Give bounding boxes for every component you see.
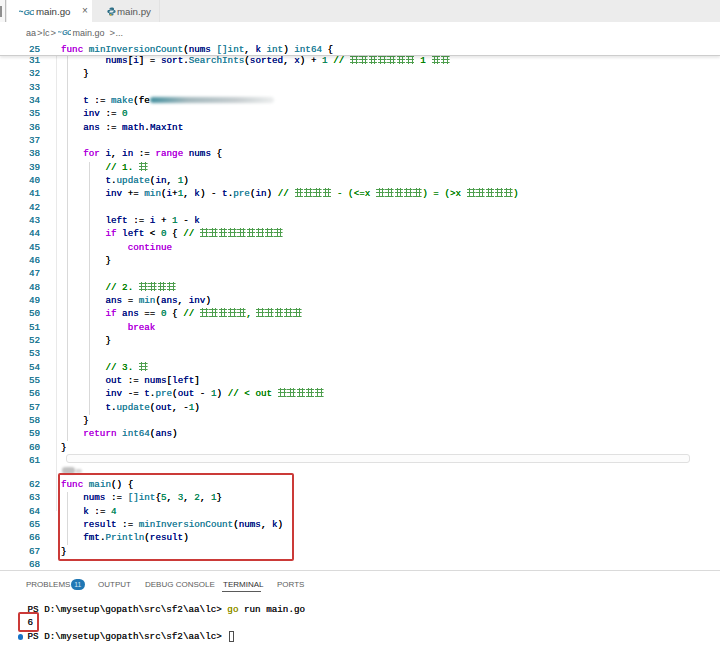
svg-text:GO: GO: [61, 28, 70, 36]
svg-text:GO: GO: [23, 8, 34, 16]
